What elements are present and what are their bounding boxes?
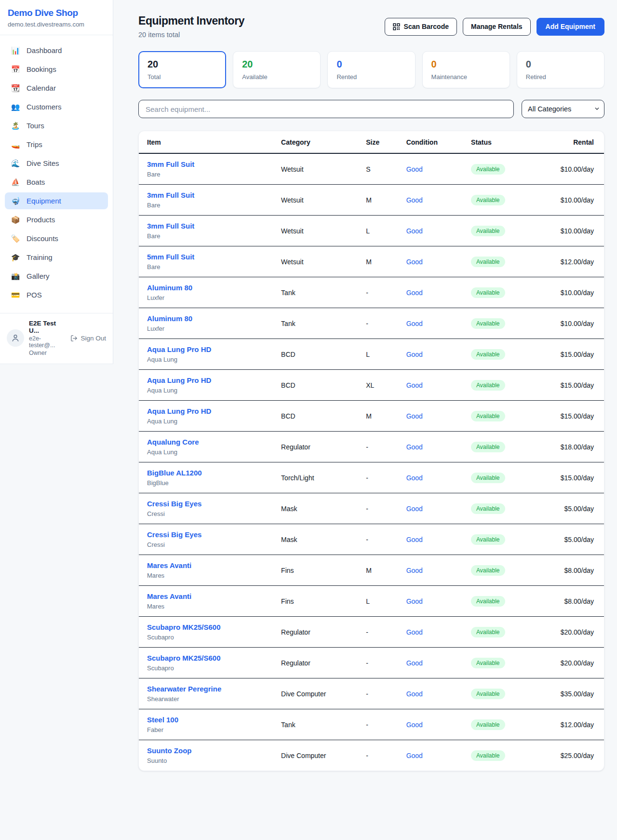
item-name-link[interactable]: 5mm Full Suit	[147, 253, 194, 261]
item-condition[interactable]: Good	[406, 752, 471, 759]
sidebar-item-discounts[interactable]: 🏷️ Discounts	[5, 230, 108, 247]
stat-cards: 20 Total 20 Available 0 Rented 0 Mainten…	[138, 51, 604, 88]
table-row: 3mm Full Suit Bare Wetsuit M Good Availa…	[139, 185, 604, 216]
sidebar-item-equipment[interactable]: 🤿 Equipment	[5, 192, 108, 209]
filter-bar: All Categories	[138, 100, 604, 118]
sidebar-item-products[interactable]: 📦 Products	[5, 211, 108, 228]
item-name-link[interactable]: Scubapro MK25/S600	[147, 654, 221, 662]
item-name-link[interactable]: Mares Avanti	[147, 561, 191, 569]
sidebar-item-boats[interactable]: ⛵ Boats	[5, 174, 108, 190]
item-name-link[interactable]: Aluminum 80	[147, 284, 192, 292]
item-category: Mask	[281, 536, 366, 543]
status-badge: Available	[471, 719, 505, 730]
item-size: -	[366, 628, 406, 636]
status-badge: Available	[471, 411, 505, 421]
item-brand: Scubapro	[147, 664, 281, 672]
item-size: -	[366, 474, 406, 482]
brand-name[interactable]: Demo Dive Shop	[8, 8, 105, 18]
item-name-link[interactable]: Aqua Lung Pro HD	[147, 376, 211, 384]
item-name-link[interactable]: 3mm Full Suit	[147, 222, 194, 230]
item-size: M	[366, 567, 406, 574]
item-name-link[interactable]: Aqua Lung Pro HD	[147, 407, 211, 415]
stat-card-rented[interactable]: 0 Rented	[327, 51, 415, 88]
table-row: Scubapro MK25/S600 Scubapro Regulator - …	[139, 617, 604, 648]
item-category: Fins	[281, 597, 366, 605]
user-email: e2e-tester@...	[29, 335, 66, 349]
item-rental: $10.00/day	[536, 289, 594, 297]
stat-rented-value: 0	[336, 59, 406, 70]
item-condition[interactable]: Good	[406, 536, 471, 543]
item-condition[interactable]: Good	[406, 289, 471, 297]
item-condition[interactable]: Good	[406, 320, 471, 327]
item-condition[interactable]: Good	[406, 505, 471, 513]
item-condition[interactable]: Good	[406, 597, 471, 605]
status-badge: Available	[471, 349, 505, 360]
item-condition[interactable]: Good	[406, 628, 471, 636]
sailboat-icon: ⛵	[11, 178, 20, 186]
item-rental: $15.00/day	[536, 474, 594, 482]
item-name-link[interactable]: Shearwater Peregrine	[147, 685, 221, 693]
sidebar-item-tours[interactable]: 🏝️ Tours	[5, 117, 108, 134]
sidebar-item-training[interactable]: 🎓 Training	[5, 249, 108, 266]
item-condition[interactable]: Good	[406, 227, 471, 235]
item-condition[interactable]: Good	[406, 721, 471, 729]
item-condition[interactable]: Good	[406, 196, 471, 204]
wave-icon: 🌊	[11, 160, 20, 167]
sidebar-item-gallery[interactable]: 📸 Gallery	[5, 268, 108, 285]
sidebar-item-dive-sites[interactable]: 🌊 Dive Sites	[5, 155, 108, 172]
item-condition[interactable]: Good	[406, 165, 471, 173]
search-input[interactable]	[138, 100, 514, 118]
sidebar-item-pos[interactable]: 💳 POS	[5, 286, 108, 303]
scan-barcode-button[interactable]: Scan Barcode	[385, 18, 457, 36]
sidebar-item-bookings[interactable]: 📅 Bookings	[5, 61, 108, 78]
item-category: Regulator	[281, 443, 366, 451]
item-name-link[interactable]: Mares Avanti	[147, 592, 191, 600]
item-name-link[interactable]: Cressi Big Eyes	[147, 500, 201, 508]
item-rental: $5.00/day	[536, 505, 594, 513]
item-name-link[interactable]: Aluminum 80	[147, 314, 192, 323]
category-select[interactable]: All Categories	[522, 100, 604, 118]
item-size: -	[366, 289, 406, 297]
sidebar-item-calendar[interactable]: 📆 Calendar	[5, 80, 108, 96]
item-rental: $18.00/day	[536, 443, 594, 451]
item-name-link[interactable]: Aqua Lung Pro HD	[147, 345, 211, 353]
item-brand: Aqua Lung	[147, 387, 281, 394]
item-condition[interactable]: Good	[406, 443, 471, 451]
item-name-link[interactable]: 3mm Full Suit	[147, 191, 194, 199]
sidebar-item-customers[interactable]: 👥 Customers	[5, 98, 108, 115]
item-name-link[interactable]: Steel 100	[147, 716, 178, 724]
manage-rentals-button[interactable]: Manage Rentals	[463, 18, 531, 36]
item-name-link[interactable]: 3mm Full Suit	[147, 160, 194, 168]
item-name-link[interactable]: BigBlue AL1200	[147, 469, 202, 477]
sidebar-item-dashboard[interactable]: 📊 Dashboard	[5, 42, 108, 59]
item-size: M	[366, 412, 406, 420]
stat-card-available[interactable]: 20 Available	[233, 51, 321, 88]
item-condition[interactable]: Good	[406, 351, 471, 358]
item-category: Tank	[281, 289, 366, 297]
equipment-table: Item Category Size Condition Status Rent…	[138, 131, 604, 771]
item-condition[interactable]: Good	[406, 381, 471, 389]
item-condition[interactable]: Good	[406, 474, 471, 482]
item-name-link[interactable]: Cressi Big Eyes	[147, 530, 201, 539]
status-badge: Available	[471, 195, 505, 205]
item-brand: Aqua Lung	[147, 448, 281, 456]
sidebar-item-trips[interactable]: 🚤 Trips	[5, 136, 108, 153]
stat-card-total[interactable]: 20 Total	[138, 51, 226, 88]
item-condition[interactable]: Good	[406, 659, 471, 667]
item-name-link[interactable]: Aqualung Core	[147, 438, 199, 446]
add-equipment-button[interactable]: Add Equipment	[537, 18, 604, 36]
item-rental: $20.00/day	[536, 628, 594, 636]
stat-card-retired[interactable]: 0 Retired	[517, 51, 604, 88]
stat-maintenance-label: Maintenance	[431, 73, 501, 81]
stat-card-maintenance[interactable]: 0 Maintenance	[422, 51, 510, 88]
item-condition[interactable]: Good	[406, 690, 471, 698]
item-condition[interactable]: Good	[406, 258, 471, 266]
item-brand: Faber	[147, 726, 281, 733]
item-name-link[interactable]: Suunto Zoop	[147, 746, 191, 755]
table-row: BigBlue AL1200 BigBlue Torch/Light - Goo…	[139, 462, 604, 493]
sidebar: Demo Dive Shop demo.test.divestreams.com…	[0, 0, 113, 364]
sign-out-button[interactable]: Sign Out	[70, 335, 106, 342]
item-condition[interactable]: Good	[406, 567, 471, 574]
item-name-link[interactable]: Scubapro MK25/S600	[147, 623, 221, 631]
item-condition[interactable]: Good	[406, 412, 471, 420]
